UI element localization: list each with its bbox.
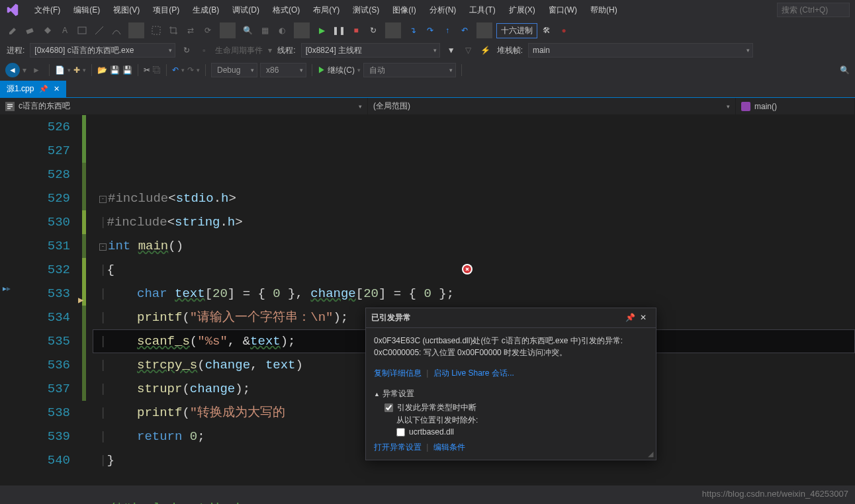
add-icon[interactable]: ✚	[73, 65, 80, 75]
flip-icon[interactable]: ⇄	[183, 22, 199, 38]
crop-icon[interactable]	[165, 22, 181, 38]
platform-combo[interactable]: x86	[260, 63, 306, 77]
curve-icon[interactable]	[109, 22, 124, 38]
menu-format[interactable]: 格式(O)	[266, 2, 306, 19]
stop-icon[interactable]: ■	[348, 22, 364, 38]
stack-combo[interactable]: main	[528, 43, 753, 58]
close-icon[interactable]: ✕	[54, 85, 60, 93]
rotate-icon[interactable]: ⟳	[200, 22, 216, 38]
code-line[interactable]: |{	[93, 258, 855, 282]
thread-combo[interactable]: [0x8824] 主线程	[301, 43, 440, 58]
lifecycle-icon[interactable]: ▫	[198, 44, 210, 56]
search-input[interactable]	[777, 3, 850, 17]
nav-forward-icon[interactable]: ►	[29, 63, 44, 77]
menu-edit[interactable]: 编辑(E)	[67, 2, 107, 19]
code-line[interactable]: | char text[20] = { 0 }, change[20] = { …	[93, 282, 855, 306]
break-on-exception-checkbox[interactable]	[384, 403, 393, 412]
process-combo[interactable]: [0x4680] c语言的东西吧.exe	[30, 43, 175, 58]
collapse-icon: ▲	[374, 391, 380, 398]
exception-badge-icon[interactable]	[462, 264, 472, 274]
tools-icon[interactable]: 🛠	[539, 22, 555, 38]
menu-window[interactable]: 窗口(W)	[542, 2, 584, 19]
continue-button[interactable]: ▶ 继续(C)	[318, 65, 355, 76]
fill-icon[interactable]	[40, 22, 56, 38]
line-icon[interactable]	[91, 22, 107, 38]
resize-grip-icon[interactable]: ◢	[648, 450, 653, 458]
menu-extensions[interactable]: 扩展(X)	[502, 2, 542, 19]
zoom-icon[interactable]: 🔍	[240, 22, 255, 38]
undo-icon[interactable]: ↶	[172, 65, 179, 75]
pin-popup-icon[interactable]: 📌	[625, 313, 636, 323]
alpha-icon[interactable]: ◐	[274, 22, 290, 38]
exception-body: 0x0F34E63C (ucrtbased.dll)处(位于 c语言的东西吧.e…	[366, 328, 656, 365]
current-line-indicator-icon	[1, 284, 11, 294]
menu-build[interactable]: 生成(B)	[186, 2, 226, 19]
step-back-icon[interactable]: ↶	[457, 22, 472, 38]
ucrtbased-checkbox[interactable]	[396, 428, 405, 437]
cut-icon[interactable]: ✂	[144, 65, 150, 75]
auto-combo[interactable]: 自动	[363, 63, 456, 77]
nav-back-icon[interactable]: ◄	[5, 63, 20, 77]
step-out-icon[interactable]: ↑	[439, 22, 455, 38]
tab-label: 源1.cpp	[7, 83, 34, 95]
new-item-icon[interactable]: 📄	[55, 65, 65, 75]
menu-image[interactable]: 图像(I)	[386, 2, 422, 19]
edit-condition-link[interactable]: 编辑条件	[433, 442, 465, 452]
code-line[interactable]: |#include<string.h>	[93, 210, 855, 234]
code-line[interactable]: -int main()	[93, 234, 855, 258]
except-from-label: 从以下位置引发时除外:	[396, 415, 478, 426]
find-icon[interactable]: 🔍	[840, 65, 850, 75]
nav-project[interactable]: c语言的东西吧 ▾	[0, 98, 368, 114]
play-icon[interactable]: ▶	[314, 22, 330, 38]
threads-icon[interactable]: ⚡	[480, 44, 492, 56]
hex-toggle[interactable]: 十六进制	[496, 23, 537, 38]
redo-icon[interactable]: ↷	[187, 65, 194, 75]
main-toolbar: ◄ ▾ ► 📄▾ ✚▾ 📂 💾 💾 ✂ ⿻ ↶▾ ↷▾ Debug x86 ▶ …	[0, 60, 855, 81]
menu-test[interactable]: 测试(S)	[346, 2, 386, 19]
exception-settings-header[interactable]: ▲ 异常设置	[374, 388, 648, 399]
menu-project[interactable]: 项目(P)	[146, 2, 186, 19]
close-popup-icon[interactable]: ✕	[640, 313, 651, 323]
restart-icon[interactable]: ↻	[365, 22, 381, 38]
step-over-icon[interactable]: ↷	[422, 22, 438, 38]
select-icon[interactable]	[148, 22, 164, 38]
config-combo[interactable]: Debug	[211, 63, 257, 77]
tab-source1[interactable]: 源1.cpp 📌 ✕	[0, 81, 66, 97]
open-settings-link[interactable]: 打开异常设置	[374, 442, 422, 452]
copy-icon[interactable]: ⿻	[153, 65, 161, 75]
function-icon	[741, 102, 750, 111]
open-icon[interactable]: 📂	[97, 65, 107, 75]
menu-view[interactable]: 视图(V)	[107, 2, 146, 19]
menu-tools[interactable]: 工具(T)	[463, 2, 502, 19]
copy-details-link[interactable]: 复制详细信息	[374, 368, 422, 378]
menu-debug[interactable]: 调试(D)	[226, 2, 266, 19]
pin-icon[interactable]: 📌	[39, 85, 48, 93]
grid-icon[interactable]: ▦	[257, 22, 273, 38]
thread-label: 线程:	[277, 45, 295, 56]
filter2-icon[interactable]: ▽	[463, 44, 474, 56]
project-icon	[5, 102, 15, 111]
line-gutter: 5265275285295305315325335345355365375385…	[0, 115, 79, 485]
nav-function[interactable]: main()	[736, 98, 855, 114]
eraser-icon[interactable]	[22, 22, 38, 38]
pencil-icon[interactable]	[5, 22, 21, 38]
menu-file[interactable]: 文件(F)	[28, 2, 67, 19]
refresh-icon[interactable]: ↻	[181, 44, 193, 56]
save-all-icon[interactable]: 💾	[122, 65, 132, 75]
menu-layout[interactable]: 布局(Y)	[306, 2, 346, 19]
filter-icon[interactable]: ▼	[445, 44, 457, 56]
menu-help[interactable]: 帮助(H)	[584, 2, 624, 19]
liveshare-link[interactable]: 启动 Live Share 会话...	[433, 368, 514, 378]
code-line[interactable]: -#include<stdio.h>	[93, 187, 855, 210]
pause-icon[interactable]: ❚❚	[331, 22, 347, 38]
menu-analyze[interactable]: 分析(N)	[423, 2, 463, 19]
text-icon[interactable]: A	[57, 22, 73, 38]
menu-bar: 文件(F) 编辑(E) 视图(V) 项目(P) 生成(B) 调试(D) 格式(O…	[0, 0, 855, 20]
record-icon[interactable]: ●	[556, 22, 572, 38]
svg-rect-0	[26, 28, 33, 34]
cb1-label: 引发此异常类型时中断	[397, 402, 476, 413]
save-icon[interactable]: 💾	[110, 65, 120, 75]
nav-scope[interactable]: (全局范围) ▾	[368, 98, 736, 114]
rect-icon[interactable]	[74, 22, 90, 38]
step-into-icon[interactable]: ↴	[405, 22, 421, 38]
